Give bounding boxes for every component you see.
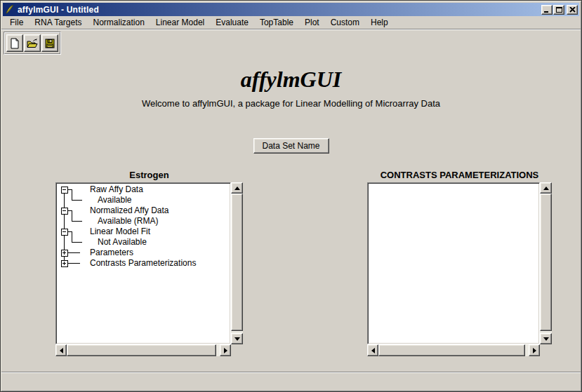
scroll-left-button[interactable] [55,344,67,356]
maximize-button[interactable] [553,5,564,15]
menu-linear-model[interactable]: Linear Model [150,17,210,28]
new-file-icon [9,38,20,49]
right-horizontal-scrollbar[interactable] [367,344,540,356]
scroll-up-button[interactable] [231,182,243,194]
tree-item-linear-model-fit[interactable]: Linear Model Fit [90,227,150,237]
toolbar-frame [4,32,60,54]
down-arrow-icon [543,337,549,341]
tree-item-raw-affy-data[interactable]: Raw Affy Data [90,184,143,195]
tree-item-parameters[interactable]: Parameters [90,248,133,258]
window-controls [541,5,578,15]
tree-item-contrasts-param[interactable]: Contrasts Parameterizations [90,258,196,269]
up-arrow-icon [543,187,549,190]
close-icon [569,7,576,13]
open-folder-icon [27,38,38,49]
right-arrow-icon [224,348,227,353]
title-bar[interactable]: affylmGUI - Untitled [3,3,579,16]
menu-plot[interactable]: Plot [299,17,325,28]
dataset-panel-header: Estrogen [55,170,243,182]
menu-custom[interactable]: Custom [325,17,365,28]
menu-file[interactable]: File [4,17,29,28]
scroll-up-button[interactable] [540,182,552,194]
scrollbar-thumb[interactable] [231,194,243,331]
scroll-right-button[interactable] [529,344,540,356]
menu-separator [1,29,581,30]
menu-help[interactable]: Help [365,17,394,28]
window-title: affylmGUI - Untitled [18,5,99,15]
right-arrow-icon [533,348,536,353]
data-set-name-button[interactable]: Data Set Name [253,138,329,154]
scroll-down-button[interactable] [231,333,243,344]
tree-item-normalized-data[interactable]: Normalized Affy Data [90,205,169,216]
left-arrow-icon [60,348,63,353]
scroll-down-button[interactable] [540,333,552,344]
menu-bar: File RNA Targets Normalization Linear Mo… [3,16,579,29]
welcome-text: Welcome to affylmGUI, a package for Line… [1,98,581,109]
new-file-button[interactable] [6,34,23,52]
left-arrow-icon [371,348,375,353]
down-arrow-icon [234,337,240,341]
page-title: affylmGUI [1,67,581,93]
tree-item-raw-status[interactable]: Available [98,195,131,205]
toolbar [4,32,61,55]
minimize-button[interactable] [541,5,553,15]
save-file-button[interactable] [41,34,58,52]
right-vertical-scrollbar[interactable] [540,182,552,344]
minimize-icon [544,11,548,13]
status-bar [1,373,581,391]
contrasts-listbox[interactable] [367,182,540,344]
menu-toptable[interactable]: TopTable [254,17,299,28]
menu-rna-targets[interactable]: RNA Targets [29,17,87,28]
maximize-icon [556,7,562,13]
tree-item-fit-status[interactable]: Not Available [98,237,147,248]
app-feather-icon [4,4,15,15]
estrogen-tree-listbox[interactable]: Raw Affy Data Available Normalized Affy … [55,182,231,344]
scroll-right-button[interactable] [220,344,231,356]
close-button[interactable] [567,5,578,15]
save-floppy-icon [44,38,55,49]
dataset-panel: Estrogen [55,170,243,356]
scrollbar-thumb[interactable] [540,194,552,331]
left-vertical-scrollbar[interactable] [231,182,243,344]
menu-normalization[interactable]: Normalization [88,17,150,28]
tree-item-normalized-status[interactable]: Available (RMA) [98,216,158,227]
contrasts-panel: CONTRASTS PARAMETERIZATIONS [367,170,552,356]
left-horizontal-scrollbar[interactable] [55,344,231,356]
up-arrow-icon [234,187,240,190]
scroll-left-button[interactable] [367,344,378,356]
open-file-button[interactable] [24,34,41,52]
menu-evaluate[interactable]: Evaluate [210,17,254,28]
scrollbar-thumb[interactable] [67,344,216,356]
app-window: affylmGUI - Untitled File RNA Targets No… [0,0,582,392]
scrollbar-thumb[interactable] [378,344,525,356]
contrasts-panel-header: CONTRASTS PARAMETERIZATIONS [367,170,552,182]
